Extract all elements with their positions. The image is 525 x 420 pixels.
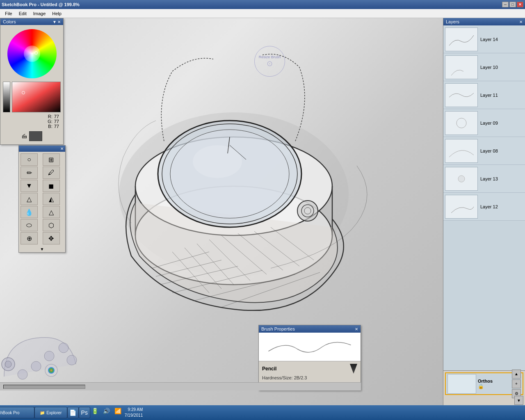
layer-move-up-button[interactable]: ▲ bbox=[512, 370, 521, 379]
gradient-cursor bbox=[22, 91, 25, 94]
svg-point-31 bbox=[31, 361, 41, 371]
svg-point-10 bbox=[304, 208, 311, 214]
layer-item-11[interactable]: Layer 11 bbox=[443, 81, 525, 109]
bw-gradient-bar[interactable] bbox=[3, 82, 10, 112]
eyedropper-tool[interactable]: 🖮 bbox=[22, 133, 27, 139]
taskbar-more-icon[interactable]: 🎨 SketchBook Pro 📁 Explorer 📄 Ps 🔋 🔊 📶 9… bbox=[50, 407, 59, 418]
layer-item-09[interactable]: Layer 09 bbox=[443, 109, 525, 137]
brush-pencil-icon[interactable]: ✏ bbox=[21, 167, 38, 179]
svg-point-37 bbox=[457, 118, 466, 128]
minimize-button[interactable]: ─ bbox=[502, 2, 509, 7]
svg-point-34 bbox=[67, 355, 77, 365]
brush-more-arrow[interactable]: ▼ bbox=[40, 247, 44, 251]
brush-panel-close[interactable]: ✕ bbox=[60, 146, 64, 151]
colors-collapse[interactable]: ▼ bbox=[52, 20, 57, 24]
taskbar-sbp-button[interactable]: 🎨 SketchBook Pro bbox=[0, 407, 34, 418]
brush-select-icon[interactable]: ⬡ bbox=[43, 219, 60, 231]
layer-thumb-14 bbox=[445, 27, 478, 51]
svg-point-27 bbox=[193, 145, 242, 178]
main-area: Resize Brush ⊙ Colors ▼ ✕ bbox=[0, 18, 525, 405]
titlebar: SketchBook Pro - Untitled @ 199.8% ─ □ ✕ bbox=[0, 0, 525, 9]
watch-sketch bbox=[90, 39, 377, 334]
brush-pen-icon[interactable]: 🖊 bbox=[43, 167, 60, 179]
color-wheel-cursor bbox=[34, 51, 38, 55]
brush-transform-icon[interactable]: ⊕ bbox=[21, 232, 38, 244]
brush-name: Pencil bbox=[262, 366, 276, 372]
color-swatches: 🖮 bbox=[19, 130, 45, 142]
brush-lasso-icon[interactable]: ⬭ bbox=[21, 219, 38, 231]
menubar: File Edit Image Help bbox=[0, 9, 525, 18]
brush-move-icon[interactable]: ✥ bbox=[43, 232, 60, 244]
layers-close[interactable]: ✕ bbox=[519, 20, 523, 24]
layers-scroll-down-button[interactable]: ▼ bbox=[514, 396, 523, 405]
layer-add-button[interactable]: + bbox=[512, 379, 521, 388]
brush-panel-header: ✕ bbox=[19, 146, 65, 152]
r-value: 77 bbox=[54, 114, 59, 119]
colors-close[interactable]: ✕ bbox=[57, 20, 61, 24]
brush-fill-icon[interactable]: ◼ bbox=[43, 180, 60, 192]
layer-thumb-10 bbox=[445, 55, 478, 79]
layer-button-column: ▲ + ⚙ bbox=[512, 370, 521, 398]
tray-wifi-icon: 📶 bbox=[113, 408, 123, 418]
menu-help[interactable]: Help bbox=[49, 10, 65, 17]
layer-name-11: Layer 11 bbox=[480, 93, 498, 98]
resize-brush-icon: ⊙ bbox=[267, 59, 273, 68]
layer-thumb-09 bbox=[445, 111, 478, 135]
colors-title: Colors bbox=[3, 19, 16, 24]
app-title: SketchBook Pro - Untitled @ 199.8% bbox=[2, 2, 80, 7]
brush-blend-icon[interactable]: ◭ bbox=[43, 193, 60, 205]
svg-point-38 bbox=[458, 176, 465, 182]
layer-item-14[interactable]: Layer 14 bbox=[443, 25, 525, 53]
brush-smudge-icon[interactable]: 💧 bbox=[21, 206, 38, 218]
menu-file[interactable]: File bbox=[2, 10, 16, 17]
color-gradient-bar[interactable] bbox=[12, 82, 61, 112]
taskbar-explorer-label: Explorer bbox=[46, 411, 62, 415]
layer-item-13[interactable]: Layer 13 bbox=[443, 165, 525, 193]
layer-name-12: Layer 12 bbox=[480, 204, 498, 209]
brush-properties-panel: Brush Properties ✕ Pencil Hardness/Size:… bbox=[258, 325, 361, 390]
brush-grid-icon[interactable]: ⊞ bbox=[43, 153, 60, 166]
brush-airbrush-icon[interactable]: △ bbox=[21, 193, 38, 205]
brush-marker-icon[interactable]: ▼ bbox=[21, 180, 38, 192]
layer-item-10[interactable]: Layer 10 bbox=[443, 53, 525, 81]
layers-header: Layers ✕ bbox=[443, 18, 525, 25]
brush-eraser-icon[interactable]: △ bbox=[43, 206, 60, 218]
taskbar-photoshop-button[interactable]: Ps bbox=[79, 407, 90, 418]
menu-edit[interactable]: Edit bbox=[16, 10, 30, 17]
layer-item-08[interactable]: Layer 08 bbox=[443, 137, 525, 165]
statusbar bbox=[0, 382, 361, 390]
clock-date: 7/19/2011 bbox=[125, 413, 143, 418]
resize-brush-indicator: Resize Brush ⊙ bbox=[254, 46, 285, 77]
brush-props-close[interactable]: ✕ bbox=[355, 327, 358, 331]
active-layer-info: Orthos 🔒 bbox=[476, 378, 512, 390]
brush-tool-grid: ○ ⊞ ✏ 🖊 ▼ ◼ △ ◭ 💧 △ ⬭ ⬡ ⊕ ✥ bbox=[19, 152, 65, 246]
taskbar-acrobat-button[interactable]: 📄 bbox=[67, 407, 79, 418]
svg-point-33 bbox=[59, 343, 68, 353]
layers-panel: Layers ✕ Layer 14 Layer 10 bbox=[443, 18, 525, 405]
svg-point-29 bbox=[5, 361, 11, 368]
brush-tools-panel: ✕ ○ ⊞ ✏ 🖊 ▼ ◼ △ ◭ 💧 △ ⬭ ⬡ bbox=[18, 145, 66, 253]
layer-thumb-11 bbox=[445, 83, 478, 107]
taskbar-explorer-button[interactable]: 📁 Explorer bbox=[34, 407, 67, 418]
close-button[interactable]: ✕ bbox=[517, 2, 523, 7]
tray-network-icon: 🔋 bbox=[90, 408, 100, 418]
brush-props-title: Brush Properties bbox=[261, 326, 295, 331]
brush-props-header: Brush Properties ✕ bbox=[259, 325, 361, 333]
color-wheel-container: R:77 G:77 B:77 🖮 bbox=[0, 25, 63, 144]
layer-thumb-12 bbox=[445, 195, 478, 219]
b-value: 77 bbox=[54, 124, 59, 129]
brush-circle-icon[interactable]: ○ bbox=[21, 153, 38, 166]
canvas-area[interactable]: Resize Brush ⊙ Colors ▼ ✕ bbox=[0, 18, 443, 405]
colors-panel: Colors ▼ ✕ R:77 bbox=[0, 18, 64, 145]
color-wheel[interactable] bbox=[7, 29, 57, 78]
gradient-bars bbox=[3, 82, 61, 112]
tray-volume-icon: 🔊 bbox=[102, 408, 112, 418]
layers-title: Layers bbox=[446, 19, 459, 24]
clock-time: 9:29 AM bbox=[125, 407, 143, 413]
system-clock: 9:29 AM 7/19/2011 bbox=[125, 407, 143, 418]
layer-item-12[interactable]: Layer 12 bbox=[443, 193, 525, 221]
current-color-swatch[interactable] bbox=[29, 131, 42, 141]
maximize-button[interactable]: □ bbox=[509, 2, 516, 7]
hardness-size-label: Hardness/Size: 2B/2.3 bbox=[262, 375, 357, 380]
menu-image[interactable]: Image bbox=[30, 10, 49, 17]
